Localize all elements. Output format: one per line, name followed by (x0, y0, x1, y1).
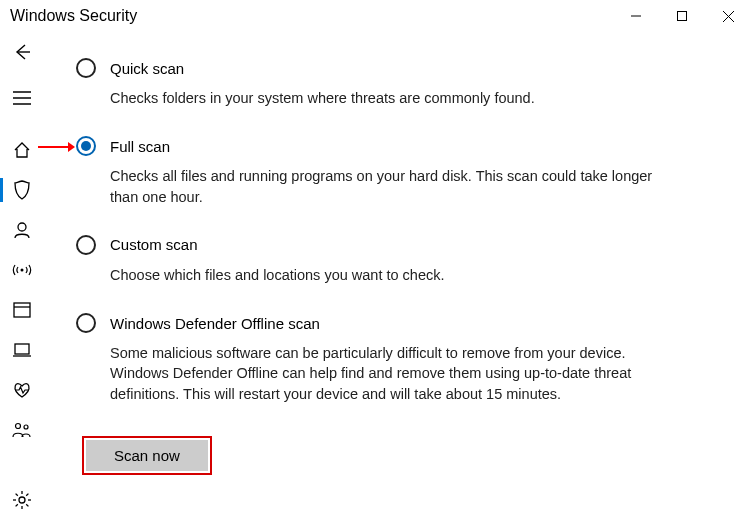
minimize-button[interactable] (613, 0, 659, 32)
annotation-highlight-box: Scan now (82, 436, 212, 475)
window-controls (613, 0, 751, 32)
back-button[interactable] (12, 42, 32, 62)
svg-point-9 (21, 269, 24, 272)
svg-rect-12 (15, 344, 29, 354)
svg-rect-1 (678, 12, 687, 21)
nav-family-options[interactable] (0, 410, 44, 450)
scan-options-content: Quick scan Checks folders in your system… (76, 58, 727, 508)
window-title: Windows Security (10, 7, 137, 25)
svg-line-21 (16, 494, 18, 496)
label-full-scan: Full scan (110, 138, 170, 155)
option-full-scan: Full scan Checks all files and running p… (76, 136, 727, 207)
radio-custom-scan[interactable] (76, 235, 96, 255)
nav-app-browser[interactable] (0, 290, 44, 330)
svg-point-8 (18, 223, 26, 231)
svg-point-15 (24, 425, 28, 429)
svg-point-16 (19, 497, 25, 503)
option-offline-scan: Windows Defender Offline scan Some malic… (76, 313, 727, 404)
nav-virus-protection[interactable] (0, 170, 44, 210)
nav-device-security[interactable] (0, 330, 44, 370)
nav-firewall[interactable] (0, 250, 44, 290)
desc-full-scan: Checks all files and running programs on… (110, 166, 670, 207)
svg-rect-10 (14, 303, 30, 317)
annotation-arrow-icon (38, 140, 76, 154)
radio-offline-scan[interactable] (76, 313, 96, 333)
option-custom-scan: Custom scan Choose which files and locat… (76, 235, 727, 285)
menu-button[interactable] (0, 78, 44, 118)
radio-quick-scan[interactable] (76, 58, 96, 78)
desc-quick-scan: Checks folders in your system where thre… (110, 88, 670, 108)
nav-device-performance[interactable] (0, 370, 44, 410)
label-offline-scan: Windows Defender Offline scan (110, 315, 320, 332)
desc-offline-scan: Some malicious software can be particula… (110, 343, 670, 404)
desc-custom-scan: Choose which files and locations you wan… (110, 265, 670, 285)
label-custom-scan: Custom scan (110, 236, 198, 253)
svg-line-24 (26, 494, 28, 496)
scan-now-button[interactable]: Scan now (86, 440, 208, 471)
svg-line-23 (16, 504, 18, 506)
label-quick-scan: Quick scan (110, 60, 184, 77)
close-button[interactable] (705, 0, 751, 32)
maximize-button[interactable] (659, 0, 705, 32)
radio-full-scan[interactable] (76, 136, 96, 156)
nav-account-protection[interactable] (0, 210, 44, 250)
option-quick-scan: Quick scan Checks folders in your system… (76, 58, 727, 108)
nav-settings[interactable] (0, 480, 44, 520)
svg-line-22 (26, 504, 28, 506)
titlebar: Windows Security (0, 0, 751, 32)
svg-point-14 (16, 424, 21, 429)
